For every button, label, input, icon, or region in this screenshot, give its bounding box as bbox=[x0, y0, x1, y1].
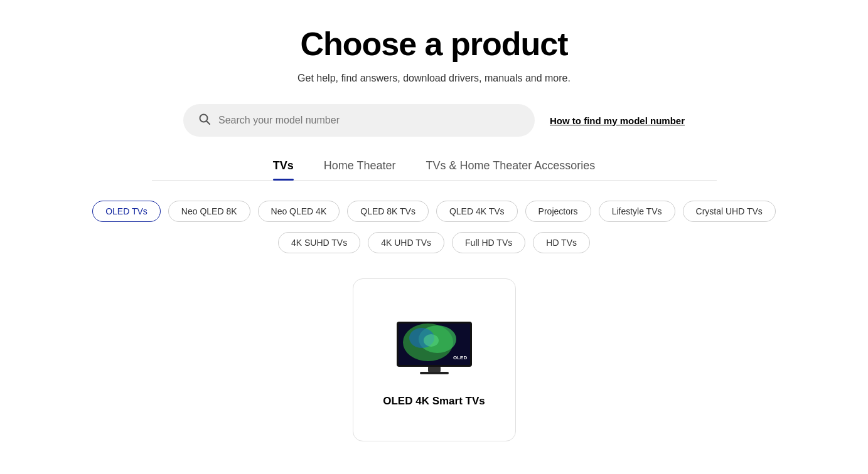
filter-neo-qled-4k[interactable]: Neo QLED 4K bbox=[258, 201, 340, 222]
product-name-oled-4k: OLED 4K Smart TVs bbox=[383, 395, 485, 408]
filter-4k-suhd-tvs[interactable]: 4K SUHD TVs bbox=[278, 232, 360, 253]
filter-full-hd-tvs[interactable]: Full HD TVs bbox=[452, 232, 525, 253]
svg-rect-9 bbox=[428, 367, 441, 372]
svg-rect-10 bbox=[420, 372, 449, 374]
svg-text:OLED: OLED bbox=[453, 355, 467, 361]
filters-row-1: OLED TVs Neo QLED 8K Neo QLED 4K QLED 8K… bbox=[92, 201, 776, 222]
page-title: Choose a product bbox=[300, 25, 567, 63]
filters-section: OLED TVs Neo QLED 8K Neo QLED 4K QLED 8K… bbox=[13, 201, 855, 253]
search-bar bbox=[183, 104, 535, 137]
tab-home-theater[interactable]: Home Theater bbox=[324, 159, 396, 180]
page-subtitle: Get help, find answers, download drivers… bbox=[297, 73, 571, 84]
svg-point-7 bbox=[424, 334, 439, 347]
filters-row-2: 4K SUHD TVs 4K UHD TVs Full HD TVs HD TV… bbox=[278, 232, 590, 253]
svg-point-0 bbox=[200, 115, 207, 122]
tabs-row: TVs Home Theater TVs & Home Theater Acce… bbox=[152, 159, 717, 181]
filter-oled-tvs[interactable]: OLED TVs bbox=[92, 201, 161, 222]
search-input[interactable] bbox=[218, 115, 520, 126]
filter-neo-qled-8k[interactable]: Neo QLED 8K bbox=[168, 201, 250, 222]
model-number-link[interactable]: How to find my model number bbox=[550, 115, 685, 126]
filter-lifestyle-tvs[interactable]: Lifestyle TVs bbox=[599, 201, 675, 222]
search-row: How to find my model number bbox=[152, 104, 717, 137]
product-card-oled-4k[interactable]: OLED OLED 4K Smart TVs bbox=[353, 278, 516, 441]
products-grid: OLED OLED 4K Smart TVs bbox=[13, 278, 855, 441]
filter-qled-4k-tvs[interactable]: QLED 4K TVs bbox=[436, 201, 518, 222]
filter-projectors[interactable]: Projectors bbox=[525, 201, 591, 222]
product-image-oled-4k: OLED bbox=[390, 317, 478, 380]
filter-crystal-uhd-tvs[interactable]: Crystal UHD TVs bbox=[683, 201, 776, 222]
filter-qled-8k-tvs[interactable]: QLED 8K TVs bbox=[347, 201, 429, 222]
filter-hd-tvs[interactable]: HD TVs bbox=[533, 232, 590, 253]
page-container: Choose a product Get help, find answers,… bbox=[0, 0, 868, 466]
filter-4k-uhd-tvs[interactable]: 4K UHD TVs bbox=[368, 232, 444, 253]
svg-line-1 bbox=[206, 122, 210, 125]
search-icon bbox=[198, 113, 211, 128]
tab-accessories[interactable]: TVs & Home Theater Accessories bbox=[426, 159, 595, 180]
tab-tvs[interactable]: TVs bbox=[273, 159, 294, 180]
